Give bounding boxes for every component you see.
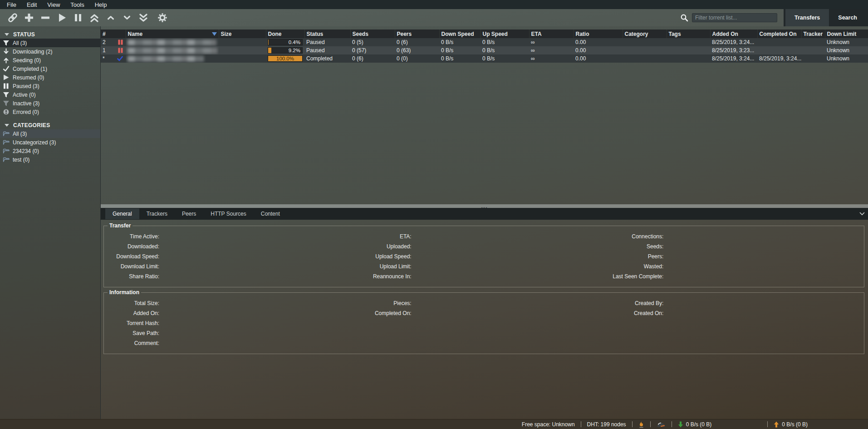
filter-label: Active (0) <box>13 92 36 98</box>
increase-priority-button[interactable] <box>103 11 119 25</box>
tab-general[interactable]: General <box>105 208 139 219</box>
cell-seeds: 0 (6) <box>350 54 395 63</box>
menu-bar: File Edit View Tools Help <box>0 0 868 9</box>
upload-arrow-icon <box>774 421 779 428</box>
cell-down-limit: Unknown <box>825 54 868 63</box>
value-comment <box>159 338 862 348</box>
sidebar-category-test[interactable]: test (0) <box>0 155 100 164</box>
category-label: All (3) <box>13 131 27 137</box>
column-header-peers[interactable]: Peers <box>395 30 439 38</box>
torrent-row[interactable]: * 100.0% Completed 0 (6) 0 (0) 0 B/s 0 B… <box>101 54 868 63</box>
cell-completed-on <box>757 38 801 46</box>
column-header-done[interactable]: Done <box>266 30 304 38</box>
column-header-name[interactable]: Name <box>126 30 219 38</box>
value-downloaded <box>159 242 358 251</box>
value-added-on <box>159 308 358 318</box>
column-header-ratio[interactable]: Ratio <box>574 30 623 38</box>
value-wasted <box>663 261 862 271</box>
column-header-status[interactable]: Status <box>304 30 350 38</box>
label-reannounce-in: Reannounce In: <box>358 271 412 281</box>
cell-ratio: 0.00 <box>574 38 623 46</box>
bottom-priority-button[interactable] <box>135 11 152 25</box>
tab-trackers[interactable]: Trackers <box>139 208 175 219</box>
cell-status: Completed <box>304 54 350 63</box>
cell-category <box>623 38 667 46</box>
pause-button[interactable] <box>70 11 86 25</box>
sidebar-filter-active[interactable]: Active (0) <box>0 90 100 99</box>
collapse-triangle-icon <box>5 124 9 127</box>
value-torrent-hash <box>159 318 862 328</box>
column-header-eta[interactable]: ETA <box>529 30 574 38</box>
transfer-section: Transfer Time Active: ETA: Connections: … <box>103 222 864 287</box>
sidebar-filter-errored[interactable]: Errored (0) <box>0 108 100 116</box>
menu-view[interactable]: View <box>43 0 66 9</box>
filter-label: Downloading (2) <box>13 49 52 55</box>
torrent-row[interactable]: 1 9.2% Paused 0 (57) 0 (63) 0 B/s 0 B/s … <box>101 46 868 54</box>
folder-icon <box>3 130 10 137</box>
menu-file[interactable]: File <box>3 0 23 9</box>
sidebar-filter-downloading[interactable]: Downloading (2) <box>0 47 100 56</box>
information-section-title: Information <box>108 289 141 296</box>
sidebar-category-234234[interactable]: 234234 (0) <box>0 147 100 155</box>
cell-down-limit: Unknown <box>825 38 868 46</box>
sidebar-filter-inactive[interactable]: Inactive (3) <box>0 99 100 108</box>
menu-tools[interactable]: Tools <box>66 0 90 9</box>
sidebar-filter-paused[interactable]: Paused (3) <box>0 82 100 90</box>
tab-transfers[interactable]: Transfers <box>785 9 829 26</box>
column-header-down-limit[interactable]: Down Limit <box>825 30 868 38</box>
delete-torrent-button[interactable] <box>37 11 54 25</box>
column-header-up-speed[interactable]: Up Speed <box>481 30 529 38</box>
global-download-speed[interactable]: 0 B/s (0 B) <box>672 421 718 428</box>
decrease-priority-button[interactable] <box>119 11 135 25</box>
label-downloaded: Downloaded: <box>106 242 159 251</box>
column-header-size[interactable]: Size <box>219 30 266 38</box>
sidebar-filter-completed[interactable]: Completed (1) <box>0 64 100 73</box>
sidebar-category-all[interactable]: All (3) <box>0 129 100 138</box>
column-header-tags[interactable]: Tags <box>667 30 710 38</box>
status-section-header[interactable]: STATUS <box>0 30 100 39</box>
transfer-section-title: Transfer <box>108 222 132 229</box>
column-header-seeds[interactable]: Seeds <box>350 30 395 38</box>
filter-torrent-input[interactable] <box>692 13 777 22</box>
menu-edit[interactable]: Edit <box>23 0 43 9</box>
sidebar-filter-all[interactable]: All (3) <box>0 39 100 47</box>
column-header-down-speed[interactable]: Down Speed <box>439 30 481 38</box>
global-upload-speed[interactable]: 0 B/s (0 B) <box>768 421 814 428</box>
value-created-by <box>663 298 862 308</box>
column-header-added-on[interactable]: Added On <box>710 30 757 38</box>
options-button[interactable] <box>154 11 171 25</box>
sidebar-filter-resumed[interactable]: Resumed (0) <box>0 73 100 82</box>
menu-help[interactable]: Help <box>91 0 113 9</box>
sidebar-filter-seeding[interactable]: Seeding (0) <box>0 56 100 64</box>
tab-peers[interactable]: Peers <box>175 208 203 219</box>
cell-up-speed: 0 B/s <box>481 38 529 46</box>
column-header-number[interactable]: # <box>101 30 126 38</box>
value-upload-speed <box>412 251 610 261</box>
column-header-tracker[interactable]: Tracker <box>801 30 825 38</box>
connection-status-button[interactable] <box>633 421 650 428</box>
top-priority-button[interactable] <box>86 11 103 25</box>
add-torrent-file-button[interactable] <box>21 11 37 25</box>
progress-label: 9.2% <box>289 48 300 53</box>
value-uploaded <box>412 242 610 251</box>
column-header-category[interactable]: Category <box>623 30 667 38</box>
tab-content[interactable]: Content <box>254 208 287 219</box>
filter-sidebar: STATUS All (3) Downloading (2) Seeding (… <box>0 26 101 419</box>
value-download-speed <box>159 251 358 261</box>
add-torrent-link-button[interactable] <box>5 11 21 25</box>
tab-http-sources[interactable]: HTTP Sources <box>203 208 253 219</box>
alt-speed-limits-button[interactable] <box>651 421 672 427</box>
column-header-completed-on[interactable]: Completed On <box>757 30 801 38</box>
tab-search[interactable]: Search <box>829 9 866 26</box>
cell-added-on: 8/25/2019, 3:24... <box>710 54 757 63</box>
sidebar-category-uncategorized[interactable]: Uncategorized (3) <box>0 138 100 147</box>
filter-label: Completed (1) <box>13 66 47 72</box>
categories-section-header[interactable]: CATEGORIES <box>0 121 100 129</box>
collapse-detail-button[interactable] <box>856 212 868 216</box>
cell-status: Paused <box>304 38 350 46</box>
cell-tracker <box>801 46 825 54</box>
torrent-row[interactable]: 2 0.4% Paused 0 (5) 0 (6) 0 B/s 0 B/s ∞ <box>101 38 868 46</box>
general-detail-pane: Transfer Time Active: ETA: Connections: … <box>101 220 868 419</box>
resume-button[interactable] <box>54 11 70 25</box>
pane-splitter[interactable]: ... <box>101 204 868 208</box>
